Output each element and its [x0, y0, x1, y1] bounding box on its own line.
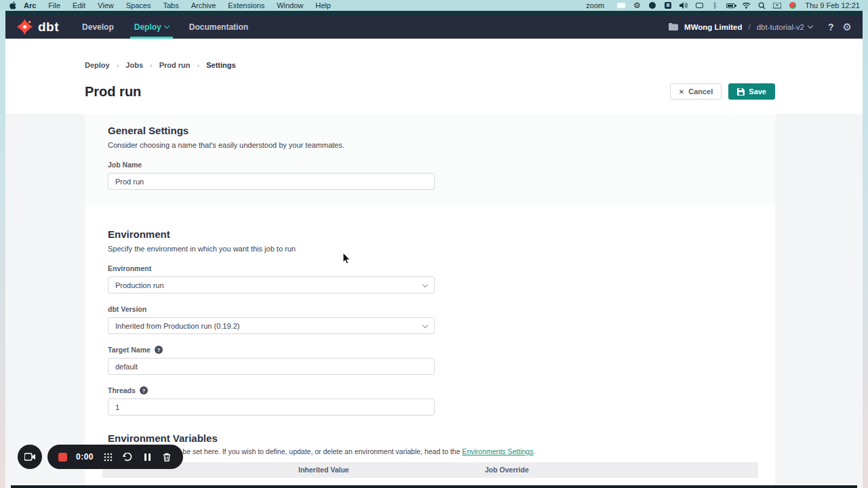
menubar-zoom-app[interactable]: zoom	[580, 1, 610, 9]
battery-icon[interactable]	[726, 1, 735, 9]
account-project-separator: /	[748, 23, 750, 31]
account-name[interactable]: MWong Limited	[684, 23, 742, 31]
desktop: Arc File Edit View Spaces Tabs Archive E…	[0, 0, 868, 488]
spotlight-search-icon[interactable]	[757, 1, 766, 9]
target-name-label: Target Name ?	[108, 346, 775, 354]
nav-item-develop[interactable]: Develop	[82, 15, 114, 39]
menubar-item-help[interactable]: Help	[309, 1, 337, 9]
dbt-version-label: dbt Version	[108, 305, 775, 313]
menubar-item-window[interactable]: Window	[271, 1, 309, 9]
screen-recorder-toolbar: 0:00	[18, 445, 183, 469]
breadcrumb-separator: ›	[197, 61, 200, 69]
environment-section: Environment Specify the environment in w…	[108, 228, 775, 415]
environments-settings-link[interactable]: Environments Settings	[462, 447, 533, 455]
window-bottom-edge	[11, 485, 857, 488]
dbt-brand-word: dbt	[38, 20, 59, 35]
breadcrumb-prod-run[interactable]: Prod run	[159, 61, 191, 69]
threads-input[interactable]	[108, 399, 435, 415]
help-icon[interactable]: ?	[828, 22, 834, 33]
breadcrumb-separator: ›	[117, 61, 119, 69]
menubar-item-edit[interactable]: Edit	[66, 1, 92, 9]
app-b-icon[interactable]: B	[663, 1, 673, 9]
menubar-clock[interactable]: Thu 9 Feb 12:21	[804, 1, 860, 9]
volume-icon[interactable]	[679, 1, 688, 9]
save-button[interactable]: Save	[728, 83, 775, 100]
nav-item-deploy[interactable]: Deploy	[134, 15, 169, 39]
breadcrumb-jobs[interactable]: Jobs	[125, 61, 143, 69]
recorder-controls-pill: 0:00	[47, 445, 183, 469]
browser-window: dbt Develop Deploy Documentation MWong L…	[5, 11, 863, 488]
macos-menubar: Arc File Edit View Spaces Tabs Archive E…	[0, 0, 868, 11]
pause-icon[interactable]	[142, 451, 153, 462]
wifi-icon[interactable]	[741, 1, 751, 9]
stop-record-button[interactable]	[58, 453, 67, 462]
gear-menu-icon[interactable]: ⚙	[632, 1, 642, 9]
job-name-label: Job Name	[108, 161, 752, 169]
bluetooth-icon[interactable]: ᛒ	[710, 1, 719, 9]
env-vars-table: Inherited Value Job Override	[102, 462, 758, 488]
job-name-input[interactable]	[108, 173, 435, 190]
target-name-input[interactable]	[108, 358, 435, 375]
page-title: Prod run	[85, 84, 141, 100]
environment-description: Specify the environment in which you wan…	[108, 245, 775, 253]
video-camera-icon	[24, 453, 36, 461]
breadcrumb-separator: ›	[150, 61, 153, 69]
settings-gear-icon[interactable]: ⚙	[843, 21, 852, 33]
nav-item-documentation[interactable]: Documentation	[189, 15, 248, 39]
window-menu-icon[interactable]	[694, 1, 704, 9]
environment-variables-description: Job level overrides can be set here. If …	[108, 447, 775, 455]
chevron-down-icon	[164, 23, 170, 28]
inherited-value-column-header: Inherited Value	[298, 466, 349, 474]
cancel-button[interactable]: ✕ Cancel	[670, 83, 722, 100]
clock-app-icon[interactable]	[648, 1, 657, 9]
breadcrumb-deploy[interactable]: Deploy	[85, 61, 110, 69]
chevron-down-icon	[422, 281, 428, 287]
environment-select[interactable]: Production run	[108, 277, 435, 293]
drag-handle-icon[interactable]	[102, 451, 113, 462]
job-override-column-header: Job Override	[485, 466, 529, 474]
restart-icon[interactable]	[122, 451, 133, 462]
general-settings-description: Consider choosing a name that's easily u…	[108, 141, 752, 149]
menubar-app-name[interactable]: Arc	[18, 1, 42, 9]
camera-button[interactable]	[18, 445, 42, 469]
recording-timer: 0:00	[76, 452, 94, 462]
environment-select-label: Environment	[108, 264, 775, 272]
menubar-item-file[interactable]: File	[42, 1, 66, 9]
general-settings-heading: General Settings	[108, 125, 752, 136]
page-content: Deploy › Jobs › Prod run › Settings Prod…	[5, 39, 863, 488]
menubar-item-view[interactable]: View	[92, 1, 120, 9]
menubar-item-extensions[interactable]: Extensions	[222, 1, 271, 9]
dbt-navbar: dbt Develop Deploy Documentation MWong L…	[5, 15, 863, 39]
screen-share-icon[interactable]	[616, 1, 626, 9]
chevron-down-icon	[808, 23, 813, 28]
folder-icon	[669, 23, 678, 30]
apple-logo-icon[interactable]	[8, 1, 18, 9]
dbt-logo-icon	[16, 18, 33, 35]
status-dot-icon[interactable]	[788, 1, 797, 9]
project-selector[interactable]: dbt-tutorial-v2	[757, 23, 812, 31]
chevron-down-icon	[422, 322, 428, 327]
control-center-icon[interactable]	[772, 1, 782, 9]
breadcrumb-settings[interactable]: Settings	[206, 61, 235, 69]
env-vars-table-header: Inherited Value Job Override	[102, 462, 758, 478]
trash-icon[interactable]	[161, 451, 172, 462]
breadcrumb: Deploy › Jobs › Prod run › Settings	[85, 61, 775, 69]
general-settings-section: General Settings Consider choosing a nam…	[85, 114, 775, 206]
close-icon: ✕	[679, 88, 684, 96]
environment-heading: Environment	[108, 228, 775, 240]
menubar-item-spaces[interactable]: Spaces	[120, 1, 157, 9]
help-tooltip-icon[interactable]: ?	[155, 346, 163, 354]
menubar-item-tabs[interactable]: Tabs	[157, 1, 184, 9]
environment-variables-heading: Environment Variables	[108, 432, 775, 444]
help-tooltip-icon[interactable]: ?	[140, 386, 148, 394]
environment-variables-section: Environment Variables Job level override…	[108, 432, 775, 455]
dbt-version-select[interactable]: Inherited from Production run (0.19.2)	[108, 317, 435, 334]
save-floppy-icon	[737, 88, 745, 96]
dbt-brand[interactable]: dbt	[16, 18, 59, 35]
threads-label: Threads ?	[108, 386, 775, 394]
menubar-item-archive[interactable]: Archive	[185, 1, 222, 9]
